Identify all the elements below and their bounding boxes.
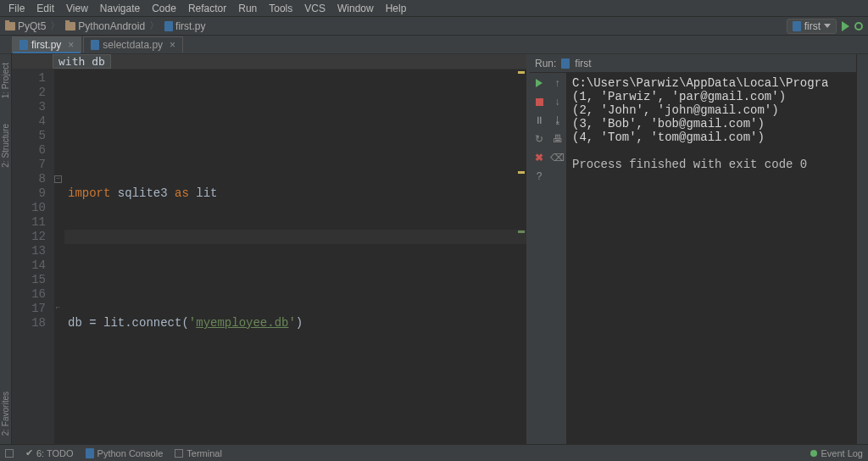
- run-tool-title: Run:: [535, 58, 556, 69]
- editor-tab-label: selectdata.py: [103, 39, 163, 51]
- stop-button[interactable]: [532, 95, 546, 108]
- editor-tab-row: first.py × selectdata.py ×: [0, 36, 868, 54]
- ok-marker-icon[interactable]: [518, 230, 525, 233]
- folder-icon: [5, 22, 15, 31]
- rerun-button[interactable]: [532, 76, 546, 90]
- print-button[interactable]: 🖶: [551, 132, 565, 146]
- breadcrumb-folder-1[interactable]: PyQt5 〉: [5, 19, 62, 33]
- run-tool-header: Run: first: [530, 54, 856, 73]
- menu-run[interactable]: Run: [233, 1, 262, 16]
- breadcrumb-folder-1-label: PyQt5: [18, 20, 46, 32]
- tool-window-toggle-icon[interactable]: [5, 449, 14, 458]
- menu-tools[interactable]: Tools: [264, 1, 298, 16]
- pause-button[interactable]: ⏸: [532, 114, 546, 127]
- code-area[interactable]: import sqlite3 as lit db = lit.connect('…: [64, 69, 526, 444]
- scroll-down-button[interactable]: ↓: [551, 95, 565, 108]
- chevron-down-icon: [824, 24, 831, 28]
- breadcrumb: PyQt5 〉 PythonAndroid 〉 first.py: [5, 19, 205, 33]
- menu-help[interactable]: Help: [381, 1, 412, 16]
- clear-button[interactable]: ⌫: [551, 151, 565, 164]
- scroll-up-button[interactable]: ↑: [551, 76, 565, 90]
- breadcrumb-file-label: first.py: [175, 20, 205, 32]
- chevron-right-icon: 〉: [50, 19, 60, 33]
- run-tool-name: first: [575, 58, 591, 69]
- menu-edit[interactable]: Edit: [31, 1, 59, 16]
- navigation-bar: PyQt5 〉 PythonAndroid 〉 first.py first: [0, 17, 868, 36]
- python-icon: [86, 448, 94, 458]
- code-editor[interactable]: 123 456 789 101112 131415 161718 − ⌐: [12, 69, 526, 444]
- play-icon: [536, 79, 542, 87]
- warning-marker-icon[interactable]: [518, 71, 525, 74]
- editor-tab-label: first.py: [31, 39, 61, 51]
- run-toolbar-primary: ⏸ ↻ ✖ ?: [530, 73, 548, 444]
- close-icon[interactable]: ×: [68, 39, 74, 51]
- event-log-button[interactable]: Event Log: [810, 448, 863, 458]
- folder-icon: [65, 22, 75, 31]
- close-run-button[interactable]: ✖: [532, 151, 546, 164]
- console-output[interactable]: C:\Users\Parwiz\AppData\Local\Progra (1,…: [567, 73, 856, 444]
- breadcrumb-file[interactable]: first.py: [164, 20, 205, 32]
- python-file-icon: [91, 40, 99, 50]
- chevron-right-icon: 〉: [149, 19, 159, 33]
- python-file-icon: [561, 58, 570, 69]
- run-button[interactable]: [842, 21, 849, 31]
- terminal-icon: [175, 449, 183, 458]
- event-log-icon: [810, 450, 817, 457]
- menu-view[interactable]: View: [61, 1, 93, 16]
- python-file-icon: [164, 21, 173, 31]
- run-tool-window: Run: first ⏸ ↻ ✖ ? ↑ ↓: [530, 54, 856, 444]
- run-toolbar-secondary: ↑ ↓ ⭳ 🖶 ⌫: [548, 73, 567, 444]
- terminal-tool-button[interactable]: Terminal: [175, 448, 222, 458]
- menu-code[interactable]: Code: [147, 1, 181, 16]
- menu-file[interactable]: File: [3, 1, 30, 16]
- soft-wrap-button[interactable]: ⭳: [551, 114, 565, 127]
- breadcrumb-folder-2[interactable]: PythonAndroid 〉: [65, 19, 161, 33]
- fold-toggle-icon[interactable]: −: [54, 175, 62, 183]
- left-tool-strip: 1: Project 2: Structure 2: Favorites: [0, 54, 12, 444]
- tool-tab-project[interactable]: 1: Project: [1, 63, 10, 98]
- context-info-bar: with db: [12, 54, 526, 69]
- warning-marker-icon[interactable]: [518, 171, 525, 174]
- tool-tab-structure[interactable]: 2: Structure: [1, 124, 10, 168]
- menu-bar: File Edit View Navigate Code Refactor Ru…: [0, 0, 868, 17]
- tool-tab-favorites[interactable]: 2: Favorites: [1, 392, 10, 436]
- right-tool-strip: [856, 54, 868, 444]
- status-bar: ✔6: TODO Python Console Terminal Event L…: [0, 444, 868, 461]
- restart-button[interactable]: ↻: [532, 132, 546, 146]
- editor-tab-first[interactable]: first.py ×: [12, 36, 81, 53]
- close-icon[interactable]: ×: [170, 39, 175, 51]
- editor-tab-selectdata[interactable]: selectdata.py ×: [83, 36, 183, 53]
- run-config-selector[interactable]: first: [787, 19, 837, 34]
- menu-window[interactable]: Window: [332, 1, 379, 16]
- todo-tool-button[interactable]: ✔6: TODO: [25, 447, 74, 458]
- menu-vcs[interactable]: VCS: [299, 1, 331, 16]
- debug-button[interactable]: [854, 22, 863, 31]
- menu-navigate[interactable]: Navigate: [95, 1, 145, 16]
- editor-pane: with db 123 456 789 101112 131415 161718…: [12, 54, 526, 444]
- run-config-label: first: [804, 20, 821, 32]
- python-file-icon: [19, 40, 28, 50]
- breadcrumb-folder-2-label: PythonAndroid: [78, 20, 145, 32]
- help-button[interactable]: ?: [532, 169, 546, 183]
- line-number-gutter[interactable]: 123 456 789 101112 131415 161718: [12, 69, 54, 444]
- python-console-tool-button[interactable]: Python Console: [86, 448, 164, 458]
- stop-icon: [536, 98, 543, 106]
- python-file-icon: [793, 21, 801, 31]
- fold-gutter[interactable]: − ⌐: [54, 69, 64, 444]
- menu-refactor[interactable]: Refactor: [183, 1, 231, 16]
- fold-end-icon: ⌐: [54, 305, 62, 313]
- context-hint: with db: [53, 54, 111, 69]
